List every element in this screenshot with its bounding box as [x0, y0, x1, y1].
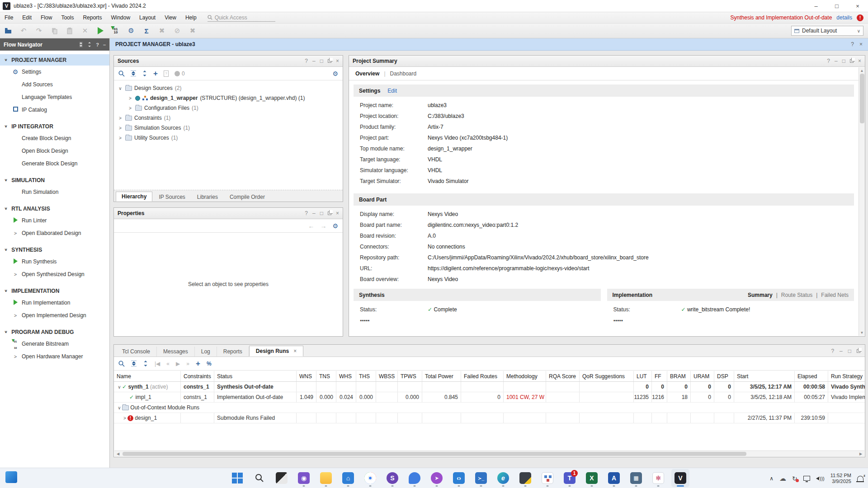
minimize-icon[interactable]: –: [840, 348, 843, 354]
collapse-all-icon[interactable]: [79, 42, 83, 47]
taskbar-dictation-button[interactable]: [406, 469, 424, 487]
col-name[interactable]: Name: [114, 371, 181, 381]
copy-icon[interactable]: [50, 26, 59, 35]
col-tns[interactable]: TNS: [316, 371, 336, 381]
run-play-icon[interactable]: ▶: [176, 361, 180, 367]
minimize-icon[interactable]: –: [312, 210, 316, 216]
close-button[interactable]: ×: [847, 0, 868, 12]
float-icon[interactable]: [850, 59, 854, 63]
minimize-icon[interactable]: –: [835, 58, 838, 64]
delete-icon[interactable]: ✕: [80, 26, 90, 35]
taskbar-skype-button[interactable]: S: [383, 469, 401, 487]
error-badge-icon[interactable]: !: [857, 14, 863, 21]
scroll-up-icon[interactable]: ▲: [860, 67, 864, 74]
col-bram[interactable]: BRAM: [667, 371, 691, 381]
col-ff[interactable]: FF: [652, 371, 667, 381]
project-summary-header[interactable]: Project Summary ? – □ ×: [349, 56, 865, 67]
scrollbar-thumb[interactable]: [123, 452, 746, 456]
taskbar-search-button[interactable]: [250, 469, 269, 487]
tab-failed-nets[interactable]: Failed Nets: [821, 292, 849, 298]
tab-reports[interactable]: Reports: [217, 347, 249, 357]
close-icon[interactable]: ×: [336, 210, 339, 216]
tab-overview[interactable]: Overview: [355, 70, 379, 77]
chevron-down-icon[interactable]: ∨: [117, 385, 122, 389]
table-row-ooc-module-runs[interactable]: ∨ Out-of-Context Module Runs: [114, 403, 865, 413]
network-icon[interactable]: [803, 476, 810, 481]
taskbar-clipchamp-button[interactable]: ➤: [428, 469, 446, 487]
taskbar-file-explorer-button[interactable]: [317, 469, 335, 487]
tab-libraries[interactable]: Libraries: [192, 192, 223, 202]
menu-edit[interactable]: Edit: [18, 12, 36, 23]
taskbar-amd-app-button[interactable]: A: [605, 469, 623, 487]
tab-route-status[interactable]: Route Status: [781, 292, 812, 298]
collapse-all-icon[interactable]: [131, 361, 137, 366]
edit-disabled-icon[interactable]: ⊘: [173, 26, 182, 35]
maximize-button[interactable]: □: [826, 0, 847, 12]
collapse-all-icon[interactable]: [131, 70, 136, 76]
onedrive-cloud-icon[interactable]: ☁: [779, 474, 786, 483]
col-dsp[interactable]: DSP: [714, 371, 734, 381]
sync-icon[interactable]: ↻: [792, 475, 797, 482]
sources-settings-gear-icon[interactable]: ⚙: [332, 70, 338, 77]
nav-item-generate-block-design[interactable]: Generate Block Design: [0, 157, 109, 170]
col-constraints[interactable]: Constraints: [181, 371, 214, 381]
col-ths[interactable]: THS: [356, 371, 376, 381]
chevron-right-icon[interactable]: >: [118, 116, 123, 121]
step-back-icon[interactable]: «: [166, 361, 170, 367]
tree-item-simulation-sources[interactable]: > Simulation Sources (1): [114, 123, 343, 133]
float-icon[interactable]: [328, 211, 331, 215]
tree-item-design-1-wrapper[interactable]: > design_1_wrapper (STRUCTURE) (design_1…: [114, 93, 343, 103]
quick-access-input[interactable]: Quick Access: [208, 14, 275, 22]
nav-item-run-synthesis[interactable]: Run Synthesis: [0, 255, 109, 268]
tree-item-utility-sources[interactable]: > Utility Sources (1): [114, 133, 343, 143]
col-start[interactable]: Start: [734, 371, 795, 381]
menu-reports[interactable]: Reports: [78, 12, 106, 23]
generate-bitstream-icon[interactable]: 0110▼: [111, 26, 120, 35]
open-project-icon[interactable]: [4, 26, 13, 35]
menu-view[interactable]: View: [160, 12, 181, 23]
section-rtl-analysis[interactable]: ∨ RTL ANALYSIS: [0, 203, 109, 214]
layout-selector[interactable]: Default Layout ∨: [791, 26, 863, 36]
undo-icon[interactable]: ↶: [19, 26, 28, 35]
details-link[interactable]: details: [836, 14, 852, 21]
col-rqa-score[interactable]: RQA Score: [546, 371, 580, 381]
back-arrow-icon[interactable]: ←: [308, 222, 314, 230]
expand-all-icon[interactable]: [142, 70, 147, 76]
chevron-right-icon[interactable]: >: [118, 136, 123, 141]
search-icon[interactable]: [118, 70, 125, 77]
tab-hierarchy[interactable]: Hierarchy: [116, 192, 152, 202]
col-run-strategy[interactable]: Run Strategy: [828, 371, 865, 381]
section-simulation[interactable]: ∨ SIMULATION: [0, 174, 109, 186]
nav-item-run-implementation[interactable]: Run Implementation: [0, 296, 109, 309]
taskbar-photos-button[interactable]: [273, 469, 291, 487]
nav-item-run-simulation[interactable]: Run Simulation: [0, 186, 109, 198]
first-run-icon[interactable]: |◀: [155, 361, 160, 367]
nav-item-open-elaborated-design[interactable]: > Open Elaborated Design: [0, 227, 109, 239]
volume-icon[interactable]: ))): [816, 476, 825, 481]
nav-item-open-hardware-manager[interactable]: > Open Hardware Manager: [0, 350, 109, 363]
chevron-right-icon[interactable]: >: [127, 96, 133, 101]
section-ip-integrator[interactable]: ∨ IP INTEGRATOR: [0, 121, 109, 132]
nav-item-create-block-design[interactable]: Create Block Design: [0, 132, 109, 145]
close-icon[interactable]: ×: [859, 41, 863, 47]
tray-clock[interactable]: 11:52 PM 3/9/2025: [830, 473, 851, 484]
properties-header[interactable]: Properties ? – □ ×: [114, 208, 343, 219]
close-icon[interactable]: ×: [858, 58, 861, 64]
step-forward-icon[interactable]: »: [186, 361, 189, 367]
taskbar-teams-button[interactable]: T 1: [561, 469, 579, 487]
chevron-right-icon[interactable]: >: [118, 126, 123, 131]
taskbar-store-button[interactable]: ⌂: [339, 469, 357, 487]
menu-help[interactable]: Help: [181, 12, 201, 23]
taskbar-diagram-app-button[interactable]: [538, 469, 557, 487]
kill-icon[interactable]: ✖: [188, 26, 197, 35]
menu-flow[interactable]: Flow: [36, 12, 57, 23]
tab-tcl-console[interactable]: Tcl Console: [116, 347, 157, 357]
maximize-icon[interactable]: □: [320, 58, 323, 64]
run-button-icon[interactable]: [96, 26, 105, 35]
tray-chevron-up-icon[interactable]: ∧: [769, 475, 774, 482]
help-icon[interactable]: ?: [96, 42, 99, 47]
taskbar-notepad-button[interactable]: [516, 469, 534, 487]
tab-messages[interactable]: Messages: [157, 347, 195, 357]
stop-icon[interactable]: ✖: [157, 26, 166, 35]
help-icon[interactable]: ?: [851, 41, 854, 47]
